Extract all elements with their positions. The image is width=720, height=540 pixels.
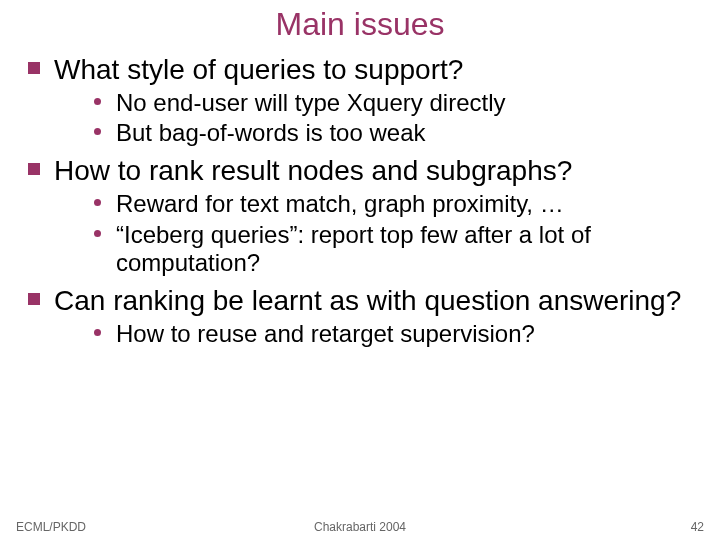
level2-text: How to reuse and retarget supervision? bbox=[116, 320, 690, 349]
level1-text: Can ranking be learnt as with question a… bbox=[54, 284, 700, 318]
footer-center: Chakrabarti 2004 bbox=[0, 520, 720, 534]
square-bullet-icon bbox=[28, 163, 44, 175]
dot-bullet-icon bbox=[94, 199, 106, 206]
bullet-level2: “Iceberg queries”: report top few after … bbox=[94, 221, 690, 279]
bullet-level2: How to reuse and retarget supervision? bbox=[94, 320, 690, 349]
sublist: How to reuse and retarget supervision? bbox=[28, 320, 700, 349]
slide-content: What style of queries to support? No end… bbox=[0, 53, 720, 349]
bullet-level2: Reward for text match, graph proximity, … bbox=[94, 190, 690, 219]
dot-bullet-icon bbox=[94, 230, 106, 237]
square-bullet-icon bbox=[28, 62, 44, 74]
footer-right: 42 bbox=[691, 520, 704, 534]
level2-text: No end-user will type Xquery directly bbox=[116, 89, 690, 118]
bullet-level1: Can ranking be learnt as with question a… bbox=[28, 284, 700, 318]
sublist: Reward for text match, graph proximity, … bbox=[28, 190, 700, 278]
square-bullet-icon bbox=[28, 293, 44, 305]
slide-title: Main issues bbox=[0, 0, 720, 47]
level2-text: But bag-of-words is too weak bbox=[116, 119, 690, 148]
bullet-level2: No end-user will type Xquery directly bbox=[94, 89, 690, 118]
level1-text: How to rank result nodes and subgraphs? bbox=[54, 154, 700, 188]
sublist: No end-user will type Xquery directly Bu… bbox=[28, 89, 700, 149]
level2-text: “Iceberg queries”: report top few after … bbox=[116, 221, 690, 279]
dot-bullet-icon bbox=[94, 98, 106, 105]
slide: Main issues What style of queries to sup… bbox=[0, 0, 720, 540]
dot-bullet-icon bbox=[94, 128, 106, 135]
bullet-level2: But bag-of-words is too weak bbox=[94, 119, 690, 148]
level2-text: Reward for text match, graph proximity, … bbox=[116, 190, 690, 219]
dot-bullet-icon bbox=[94, 329, 106, 336]
level1-text: What style of queries to support? bbox=[54, 53, 700, 87]
bullet-level1: What style of queries to support? bbox=[28, 53, 700, 87]
bullet-level1: How to rank result nodes and subgraphs? bbox=[28, 154, 700, 188]
